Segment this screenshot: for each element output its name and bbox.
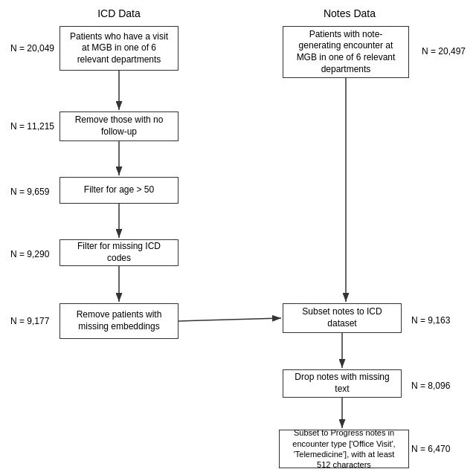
n-label-9: N = 6,470 <box>411 444 450 454</box>
header-icd: ICD Data <box>60 7 178 19</box>
n-label-3: N = 9,659 <box>10 187 49 197</box>
box-lb5: Remove patients with missing embeddings <box>60 303 178 339</box>
n-label-7: N = 9,163 <box>411 315 450 326</box>
box-lb3: Filter for age > 50 <box>60 177 178 204</box>
n-label-2: N = 11,215 <box>10 121 54 132</box>
n-label-8: N = 8,096 <box>411 381 450 391</box>
box-rb1: Patients with note-generating encounter … <box>283 26 409 78</box>
n-label-5: N = 9,177 <box>10 316 49 326</box>
box-rb3: Drop notes with missing text <box>283 369 402 398</box>
box-rb2: Subset notes to ICD dataset <box>283 303 402 333</box>
box-rb4: Subset to Progress notes in encounter ty… <box>279 430 409 468</box>
n-label-4: N = 9,290 <box>10 249 49 259</box>
diagram-container: ICD Data Notes Data Patients who have a … <box>0 0 476 472</box>
box-lb1: Patients who have a visit at MGB in one … <box>60 26 178 71</box>
n-label-6: N = 20,497 <box>422 46 466 56</box>
n-label-1: N = 20,049 <box>10 43 54 54</box>
svg-line-5 <box>178 318 281 321</box>
box-lb2: Remove those with no follow-up <box>60 111 178 141</box>
box-lb4: Filter for missing ICD codes <box>60 239 178 266</box>
header-notes: Notes Data <box>283 7 416 19</box>
